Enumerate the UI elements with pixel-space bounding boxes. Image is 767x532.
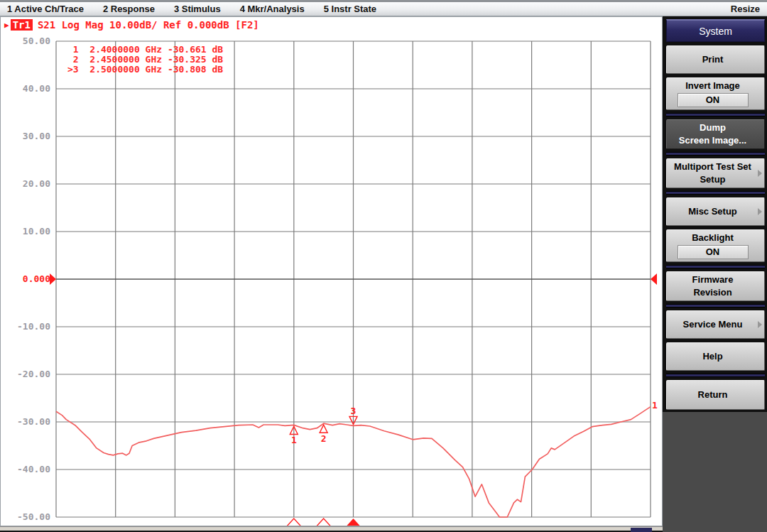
softkey-separator: [666, 152, 765, 156]
menu-active-ch-trace[interactable]: 1 Active Ch/Trace: [7, 4, 84, 14]
softkey-label: Backlight: [692, 232, 734, 244]
marker-stimulus-triangle-active[interactable]: [347, 519, 361, 526]
submenu-arrow-icon: [758, 208, 762, 215]
marker-stimulus-triangle[interactable]: [287, 519, 301, 526]
softkey-separator: [666, 191, 765, 195]
toggle-state-value: ON: [678, 93, 749, 107]
active-trace-arrow-icon: ▶: [4, 21, 9, 30]
softkey-print[interactable]: Print: [666, 45, 765, 74]
softkey-return[interactable]: Return: [666, 380, 765, 410]
softkey-label: Dump: [700, 122, 726, 134]
y-axis-label: 10.00: [1, 226, 50, 237]
softkey-label: Print: [702, 54, 724, 65]
ref-level-arrow-left-icon: [50, 273, 56, 285]
y-axis-label: -50.00: [1, 511, 50, 523]
softkey-label: Misc Setup: [688, 206, 737, 217]
softkey-label: Multiport Test Set: [674, 161, 751, 173]
system-menu-title: System: [666, 19, 765, 42]
softkey-separator: [666, 265, 765, 268]
softkey-separator: [666, 374, 765, 377]
y-axis-label: 50.00: [1, 36, 50, 47]
softkey-separator: [666, 113, 765, 116]
menu-response[interactable]: 2 Response: [103, 4, 155, 14]
y-axis-label: 40.00: [1, 83, 50, 94]
softkey-label: Help: [702, 351, 722, 362]
trace-badge[interactable]: Tr1: [11, 19, 33, 31]
softkey-service-menu[interactable]: Service Menu: [666, 310, 765, 339]
y-axis-label: -20.00: [1, 369, 50, 380]
bottom-status-strip: [0, 526, 663, 531]
toggle-state-value: ON: [678, 245, 749, 259]
softkey-sidebar: System Print Invert Image ON Dump Screen…: [663, 16, 767, 532]
menu-bar: 1 Active Ch/Trace 2 Response 3 Stimulus …: [0, 0, 767, 16]
marker-readout: 1 2.4000000 GHz -30.661 dB 2 2.4500000 G…: [67, 45, 223, 75]
trace-header: ▶ Tr1 S21 Log Mag 10.00dB/ Ref 0.000dB […: [4, 19, 259, 31]
softkey-label: Firmware: [692, 274, 734, 286]
softkey-multiport-test-set-setup[interactable]: Multiport Test Set Setup: [666, 158, 765, 188]
y-axis-label: -10.00: [1, 321, 50, 332]
softkey-dump-screen-image[interactable]: Dump Screen Image...: [666, 119, 765, 149]
trace-settings-text: S21 Log Mag 10.00dB/ Ref 0.000dB [F2]: [38, 19, 259, 31]
softkey-invert-image[interactable]: Invert Image ON: [666, 77, 765, 110]
display-panel: 1231 ▶ Tr1 S21 Log Mag 10.00dB/ Ref 0.00…: [0, 16, 663, 526]
ref-level-arrow-right-icon: [651, 273, 657, 285]
instrument-screen: 1 Active Ch/Trace 2 Response 3 Stimulus …: [0, 0, 767, 532]
softkey-backlight[interactable]: Backlight ON: [666, 229, 765, 262]
softkey-label: Screen Image...: [679, 135, 746, 146]
marker-stimulus-triangle[interactable]: [317, 519, 331, 526]
softkey-label: Setup: [700, 174, 725, 185]
y-axis-label: -30.00: [1, 416, 50, 428]
softkey-separator: [666, 304, 765, 308]
y-axis-label: 20.00: [1, 178, 50, 190]
marker-number-label: 1: [291, 435, 297, 445]
softkey-firmware-revision[interactable]: Firmware Revision: [666, 271, 765, 301]
plot-svg: 1231: [1, 17, 662, 526]
trace-number-label: 1: [652, 400, 658, 411]
softkey-label: Return: [698, 389, 728, 401]
softkey-help[interactable]: Help: [666, 342, 765, 371]
softkey-label: Service Menu: [683, 319, 743, 330]
bottom-strip-accent: [631, 528, 652, 532]
menu-mkr-analysis[interactable]: 4 Mkr/Analysis: [240, 4, 305, 14]
softkey-misc-setup[interactable]: Misc Setup: [666, 197, 765, 226]
y-axis-label: 30.00: [1, 131, 50, 142]
softkey-label: Invert Image: [685, 80, 740, 92]
softkey-column: System Print Invert Image ON Dump Screen…: [663, 16, 767, 412]
menu-instr-state[interactable]: 5 Instr State: [324, 4, 376, 14]
marker-number-label: 2: [321, 433, 327, 444]
resize-button[interactable]: Resize: [731, 4, 760, 14]
marker-number-label: 3: [351, 406, 357, 416]
menu-stimulus[interactable]: 3 Stimulus: [174, 4, 221, 14]
submenu-arrow-icon: [758, 321, 762, 328]
submenu-arrow-icon: [758, 170, 762, 177]
softkey-label: Revision: [693, 287, 731, 298]
y-axis-label: -40.00: [1, 464, 50, 475]
y-axis-label: 0.000: [1, 273, 50, 285]
